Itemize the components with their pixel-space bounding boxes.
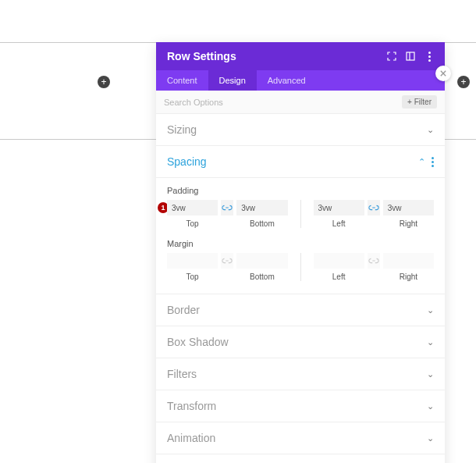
search-input[interactable]: Search Options <box>164 98 223 107</box>
section-title: Spacing <box>167 155 207 168</box>
sublabel-bottom: Bottom <box>250 219 275 228</box>
padding-bottom-input[interactable] <box>236 200 287 215</box>
chevron-down-icon: ⌄ <box>427 305 434 315</box>
padding-row: 1 Top Bottom <box>167 200 434 228</box>
section-title: Animation <box>167 432 215 444</box>
filter-button[interactable]: + Filter <box>402 95 437 109</box>
search-options-row: Search Options + Filter <box>156 91 445 114</box>
add-module-right-button[interactable]: + <box>457 76 470 88</box>
section-title: Sizing <box>167 123 197 136</box>
margin-right-input[interactable] <box>383 253 434 269</box>
chevron-down-icon: ⌄ <box>427 433 434 443</box>
section-animation[interactable]: Animation ⌄ <box>156 422 445 454</box>
sublabel-right: Right <box>400 219 417 228</box>
sublabel-top: Top <box>186 272 199 281</box>
modal-title: Row Settings <box>167 50 236 62</box>
sublabel-right: Right <box>400 272 417 281</box>
margin-horizontal-pair: Left Right <box>314 253 435 281</box>
link-icon[interactable] <box>221 253 233 269</box>
section-border[interactable]: Border ⌄ <box>156 294 445 326</box>
plus-icon: + <box>460 77 466 87</box>
more-menu-icon[interactable] <box>424 52 434 61</box>
page-canvas: + + Row Settings Content Design Advanced <box>0 0 476 463</box>
section-box-shadow[interactable]: Box Shadow ⌄ <box>156 326 445 358</box>
expand-icon[interactable] <box>387 52 396 61</box>
close-options-button[interactable] <box>435 66 451 81</box>
section-title: Filters <box>167 368 197 380</box>
sublabel-left: Left <box>332 219 346 228</box>
tab-content[interactable]: Content <box>156 70 208 91</box>
padding-vertical-pair: Top Bottom <box>167 200 288 228</box>
plus-icon: + <box>101 77 106 87</box>
margin-row: Top Bottom Lef <box>167 253 434 281</box>
sublabel-left: Left <box>332 272 346 281</box>
margin-bottom-input[interactable] <box>236 253 287 269</box>
padding-label: Padding <box>167 186 434 195</box>
row-settings-modal: Row Settings Content Design Advanced <box>156 42 445 463</box>
header-actions <box>387 52 434 61</box>
chevron-up-icon: ⌃ <box>418 157 425 167</box>
tab-bar: Content Design Advanced <box>156 70 445 91</box>
svg-rect-0 <box>407 52 414 60</box>
sublabel-bottom: Bottom <box>250 272 275 281</box>
snap-icon[interactable] <box>406 52 415 61</box>
divider <box>300 200 301 228</box>
help-link[interactable]: ? Help <box>156 454 445 463</box>
padding-horizontal-pair: Left Right <box>314 200 435 228</box>
section-more-icon[interactable] <box>432 157 434 167</box>
padding-top-input[interactable] <box>167 200 218 215</box>
margin-top-input[interactable] <box>167 253 218 269</box>
plus-icon: + <box>407 98 412 106</box>
link-icon[interactable] <box>221 200 233 215</box>
section-title: Transform <box>167 400 216 412</box>
modal-header[interactable]: Row Settings <box>156 42 445 70</box>
divider <box>300 253 301 281</box>
section-spacing[interactable]: Spacing ⌃ <box>156 146 445 178</box>
padding-left-input[interactable] <box>314 200 364 215</box>
section-title: Box Shadow <box>167 336 229 348</box>
link-icon[interactable] <box>368 200 380 215</box>
chevron-down-icon: ⌄ <box>427 369 434 379</box>
padding-right-input[interactable] <box>383 200 434 215</box>
chevron-down-icon: ⌄ <box>427 125 434 135</box>
link-icon[interactable] <box>368 253 380 269</box>
spacing-panel: Padding 1 Top Bottom <box>156 178 445 294</box>
section-title: Border <box>167 304 200 316</box>
chevron-down-icon: ⌄ <box>427 337 434 347</box>
margin-left-input[interactable] <box>314 253 364 269</box>
section-filters[interactable]: Filters ⌄ <box>156 358 445 390</box>
filter-label: Filter <box>414 98 432 106</box>
tab-design[interactable]: Design <box>208 70 257 91</box>
chevron-down-icon: ⌄ <box>427 401 434 411</box>
margin-vertical-pair: Top Bottom <box>167 253 288 281</box>
margin-label: Margin <box>167 239 434 248</box>
section-transform[interactable]: Transform ⌄ <box>156 390 445 422</box>
tab-advanced[interactable]: Advanced <box>257 70 317 91</box>
sublabel-top: Top <box>186 219 199 228</box>
add-module-left-button[interactable]: + <box>98 76 110 88</box>
section-sizing[interactable]: Sizing ⌄ <box>156 114 445 146</box>
